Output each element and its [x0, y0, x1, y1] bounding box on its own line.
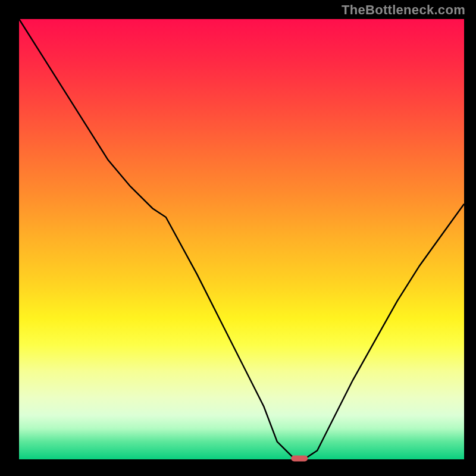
chart-svg — [0, 0, 476, 476]
watermark-text: TheBottleneck.com — [342, 2, 465, 18]
optimum-marker — [291, 456, 308, 462]
plot-area — [19, 19, 464, 459]
bottleneck-chart: TheBottleneck.com — [0, 0, 476, 476]
